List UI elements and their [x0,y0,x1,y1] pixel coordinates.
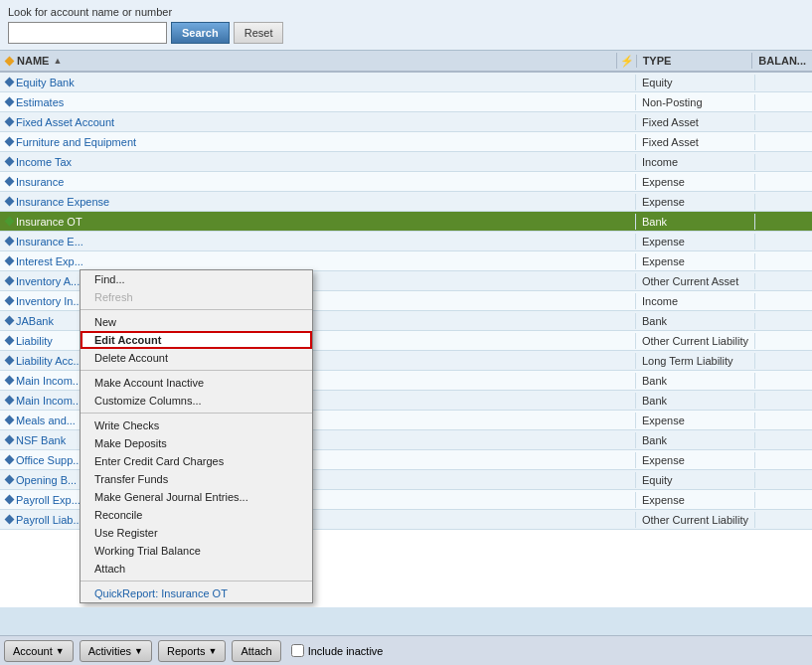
menu-separator [81,581,312,582]
th-lightning-icon: ⚡ [617,55,637,68]
menu-item[interactable]: QuickReport: Insurance OT [81,584,312,602]
cell-balance [755,259,812,263]
search-button[interactable]: Search [171,22,230,44]
th-name[interactable]: NAME ▲ [0,53,617,69]
table-row[interactable]: Insurance E...Expense [0,232,812,251]
menu-item[interactable]: Transfer Funds [81,470,312,488]
menu-item[interactable]: Attach [81,560,312,578]
cell-name[interactable]: Insurance E... [0,234,636,249]
table-row[interactable]: Insurance ExpenseExpense [0,192,812,212]
attach-button[interactable]: Attach [232,640,280,662]
cell-name[interactable]: Interest Exp... [0,253,636,269]
menu-item[interactable]: Use Register [81,524,312,542]
reset-button[interactable]: Reset [234,22,284,44]
cell-type: Bank [636,432,755,448]
row-diamond-icon [5,177,15,187]
row-diamond-icon [5,316,15,326]
menu-item[interactable]: Enter Credit Card Charges [81,452,312,470]
cell-type: Expense [636,234,755,249]
cell-name[interactable]: Equity Bank [0,75,636,90]
row-diamond-icon [5,237,15,247]
row-diamond-icon [5,435,15,445]
row-diamond-icon [5,336,15,346]
cell-type: Fixed Asset [636,114,755,130]
row-diamond-icon [5,376,15,386]
cell-type: Expense [636,194,755,210]
menu-item[interactable]: Write Checks [81,416,312,434]
row-diamond-icon [5,416,15,425]
cell-balance [755,120,812,124]
reports-button[interactable]: Reports ▼ [158,640,226,662]
row-diamond-icon [5,78,15,87]
table-row[interactable]: Interest Exp...Expense [0,251,812,271]
cell-balance [755,498,812,502]
cell-name[interactable]: Fixed Asset Account [0,114,636,130]
cell-type: Expense [636,492,755,508]
cell-type: Equity [636,75,755,90]
row-diamond-icon [5,197,15,207]
cell-balance [755,339,812,343]
table-row[interactable]: EstimatesNon-Posting [0,92,812,112]
row-diamond-icon [5,256,15,266]
menu-item[interactable]: Make Deposits [81,434,312,452]
cell-type: Fixed Asset [636,134,755,150]
cell-balance [755,220,812,224]
row-diamond-icon [5,495,15,505]
table-row[interactable]: InsuranceExpense [0,172,812,192]
cell-name[interactable]: Income Tax [0,154,636,170]
menu-item[interactable]: Delete Account [81,349,312,367]
cell-balance [755,100,812,104]
table-row[interactable]: Income TaxIncome [0,152,812,172]
menu-item[interactable]: Edit Account [81,331,312,349]
search-input[interactable] [8,22,167,44]
table-row[interactable]: Equity BankEquity [0,73,812,92]
row-diamond-icon [5,276,15,286]
menu-item[interactable]: New [81,313,312,331]
row-diamond-icon [5,157,15,167]
table-row[interactable]: Insurance OTBank [0,212,812,232]
cell-balance [755,140,812,144]
cell-balance [755,418,812,422]
cell-balance [755,200,812,204]
row-diamond-icon [5,475,15,485]
row-diamond-icon [5,97,15,107]
cell-balance [755,399,812,403]
cell-type: Other Current Liability [636,333,755,349]
cell-type: Income [636,154,755,170]
cell-type: Non-Posting [636,94,755,110]
cell-name[interactable]: Estimates [0,94,636,110]
menu-item[interactable]: Make General Journal Entries... [81,488,312,506]
cell-balance [755,160,812,164]
row-diamond-icon [5,396,15,406]
cell-type: Bank [636,393,755,409]
menu-item[interactable]: Find... [81,270,312,288]
cell-name[interactable]: Insurance OT [0,214,636,230]
th-type: TYPE [637,53,753,69]
activities-button[interactable]: Activities ▼ [80,640,152,662]
menu-item[interactable]: Make Account Inactive [81,374,312,392]
cell-name[interactable]: Insurance Expense [0,194,636,210]
cell-balance [755,518,812,522]
diamond-icon [5,56,15,66]
cell-type: Expense [636,253,755,269]
cell-name[interactable]: Furniture and Equipment [0,134,636,150]
menu-item[interactable]: Customize Columns... [81,392,312,410]
table-row[interactable]: Furniture and EquipmentFixed Asset [0,132,812,152]
include-inactive-checkbox[interactable] [291,644,304,657]
cell-name[interactable]: Insurance [0,174,636,190]
search-label: Look for account name or number [8,6,804,18]
account-button[interactable]: Account ▼ [4,640,74,662]
row-diamond-icon [5,455,15,465]
table-row[interactable]: Fixed Asset AccountFixed Asset [0,112,812,132]
include-inactive-label: Include inactive [291,644,384,657]
menu-item: Refresh [81,288,312,306]
cell-balance [755,478,812,482]
menu-item[interactable]: Working Trial Balance [81,542,312,560]
row-diamond-icon [5,217,15,227]
search-bar: Look for account name or number Search R… [0,0,812,51]
cell-balance [755,359,812,363]
menu-item[interactable]: Reconcile [81,506,312,524]
row-diamond-icon [5,117,15,127]
cell-balance [755,81,812,84]
table-header: NAME ▲ ⚡ TYPE BALAN... [0,51,812,73]
